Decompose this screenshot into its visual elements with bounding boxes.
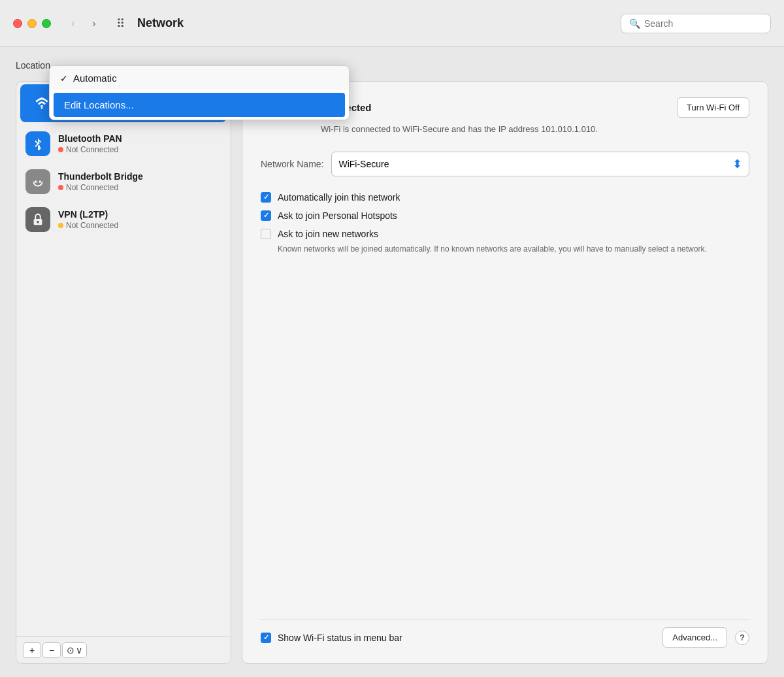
advanced-button[interactable]: Advanced... — [662, 627, 727, 648]
network-name-label: Network Name: — [261, 159, 323, 169]
vpn-name: VPN (L2TP) — [58, 209, 221, 220]
checkboxes-section: Automatically join this network Ask to j… — [261, 192, 749, 255]
right-panel: Status: Connected Turn Wi-Fi Off Wi-Fi i… — [242, 81, 768, 664]
svg-point-0 — [41, 107, 43, 109]
search-input[interactable] — [644, 18, 762, 29]
thunderbolt-info: Thunderbolt Bridge Not Connected — [58, 171, 221, 192]
two-col: Wi-Fi Connected Blue — [16, 81, 768, 664]
nav-buttons: ‹ › — [64, 14, 103, 33]
thunderbolt-status: Not Connected — [58, 183, 221, 192]
dropdown-edit-label: Edit Locations... — [64, 99, 134, 110]
vpn-icon — [25, 207, 50, 232]
close-button[interactable] — [13, 19, 22, 28]
action-network-button[interactable]: ⊙ ∨ — [62, 642, 87, 658]
thunderbolt-icon: ··· — [25, 169, 50, 194]
network-name-row: Network Name: WiFi-Secure ⬍ — [261, 152, 749, 176]
forward-button[interactable]: › — [85, 14, 103, 33]
help-button[interactable]: ? — [735, 631, 749, 645]
show-wifi-checkbox[interactable] — [261, 633, 271, 643]
search-bar[interactable]: 🔍 — [621, 14, 771, 33]
bluetooth-status-dot — [58, 147, 63, 152]
auto-join-label: Automatically join this network — [278, 192, 400, 203]
action-icon: ⊙ — [67, 645, 74, 655]
show-wifi-row: Show Wi-Fi status in menu bar — [261, 633, 655, 643]
search-icon: 🔍 — [629, 18, 640, 29]
vpn-status: Not Connected — [58, 221, 221, 230]
traffic-lights — [13, 19, 51, 28]
sidebar-footer: + − ⊙ ∨ — [16, 636, 231, 663]
bottom-bar: Show Wi-Fi status in menu bar Advanced..… — [261, 619, 749, 648]
maximize-button[interactable] — [42, 19, 51, 28]
location-row: Location ✓ Automatic Edit Locations... — [16, 60, 768, 71]
bluetooth-icon — [25, 131, 50, 156]
grid-button[interactable]: ⠿ — [111, 14, 129, 33]
page-title: Network — [137, 16, 613, 30]
checkmark-icon: ✓ — [60, 73, 68, 84]
svg-point-2 — [39, 180, 41, 182]
network-item-thunderbolt[interactable]: ··· Thunderbolt Bridge Not Connected — [16, 163, 231, 201]
show-wifi-label: Show Wi-Fi status in menu bar — [278, 633, 402, 643]
network-name-select[interactable]: WiFi-Secure ⬍ — [331, 152, 749, 176]
dropdown-item-automatic[interactable]: ✓ Automatic — [50, 66, 349, 90]
checkbox-personal-hotspot: Ask to join Personal Hotspots — [261, 210, 749, 221]
personal-hotspot-checkbox[interactable] — [261, 210, 271, 221]
thunderbolt-name: Thunderbolt Bridge — [58, 171, 221, 182]
location-label: Location — [16, 60, 50, 71]
back-button[interactable]: ‹ — [64, 14, 82, 33]
vpn-status-dot — [58, 223, 63, 228]
svg-text:···: ··· — [33, 178, 38, 185]
new-networks-desc: Known networks will be joined automatica… — [278, 243, 749, 255]
checkbox-auto-join: Automatically join this network — [261, 192, 749, 203]
bluetooth-info: Bluetooth PAN Not Connected — [58, 133, 221, 154]
dropdown-automatic-label: Automatic — [73, 73, 117, 84]
remove-network-button[interactable]: − — [42, 642, 61, 658]
turn-wifi-off-button[interactable]: Turn Wi-Fi Off — [677, 97, 749, 118]
dropdown-item-edit-locations[interactable]: Edit Locations... — [54, 93, 345, 117]
new-networks-label: Ask to join new networks — [278, 229, 378, 239]
titlebar: ‹ › ⠿ Network 🔍 — [0, 0, 784, 47]
network-list: Wi-Fi Connected Blue — [16, 82, 231, 636]
stepper-icon: ⬍ — [732, 157, 742, 171]
new-networks-checkbox[interactable] — [261, 229, 271, 239]
sidebar: Wi-Fi Connected Blue — [16, 81, 231, 664]
auto-join-checkbox[interactable] — [261, 192, 271, 203]
network-item-vpn[interactable]: VPN (L2TP) Not Connected — [16, 201, 231, 239]
network-item-bluetooth[interactable]: Bluetooth PAN Not Connected — [16, 125, 231, 163]
main-content: Location ✓ Automatic Edit Locations... — [0, 47, 784, 677]
bluetooth-status: Not Connected — [58, 145, 221, 154]
status-description: Wi-Fi is connected to WiFi-Secure and ha… — [321, 123, 749, 136]
network-name-value: WiFi-Secure — [338, 159, 389, 169]
add-network-button[interactable]: + — [23, 642, 41, 658]
vpn-info: VPN (L2TP) Not Connected — [58, 209, 221, 230]
thunderbolt-status-dot — [58, 185, 63, 190]
personal-hotspot-label: Ask to join Personal Hotspots — [278, 210, 397, 221]
minimize-button[interactable] — [27, 19, 37, 28]
checkbox-new-networks: Ask to join new networks — [261, 229, 749, 239]
svg-point-5 — [37, 221, 39, 223]
chevron-down-icon: ∨ — [76, 645, 82, 655]
dropdown-menu: ✓ Automatic Edit Locations... — [49, 65, 350, 120]
bluetooth-name: Bluetooth PAN — [58, 133, 221, 144]
